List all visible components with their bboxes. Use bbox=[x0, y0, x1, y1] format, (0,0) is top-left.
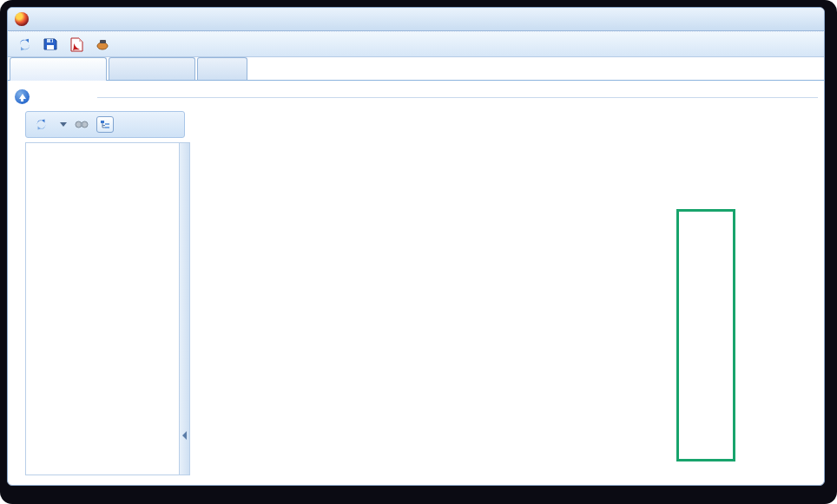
unit-price-highlight-box bbox=[676, 209, 735, 461]
panel-splitter[interactable] bbox=[180, 142, 190, 475]
tree-toolbar bbox=[25, 111, 185, 138]
app-logo-icon bbox=[15, 12, 29, 26]
title-bar bbox=[8, 8, 824, 31]
collapse-panel-icon[interactable] bbox=[182, 431, 187, 440]
submit-quotation-button[interactable] bbox=[95, 36, 115, 52]
refresh-icon[interactable] bbox=[16, 36, 32, 52]
pdf-export-icon[interactable] bbox=[69, 36, 84, 52]
tab-strip bbox=[8, 57, 824, 81]
tab-attachments[interactable] bbox=[109, 57, 195, 80]
submit-icon bbox=[95, 36, 110, 52]
find-icon[interactable] bbox=[74, 117, 89, 133]
tab-header-data[interactable] bbox=[10, 57, 107, 81]
quotation-window bbox=[7, 7, 825, 486]
services-divider bbox=[97, 97, 818, 98]
collapse-section-icon[interactable] bbox=[15, 89, 30, 104]
main-toolbar bbox=[8, 31, 824, 57]
save-icon[interactable] bbox=[43, 36, 58, 52]
tab-log[interactable] bbox=[197, 57, 247, 80]
chevron-down-icon bbox=[60, 122, 67, 127]
service-tree bbox=[25, 142, 180, 475]
import-export-button[interactable] bbox=[56, 122, 67, 127]
screenshot-frame bbox=[0, 0, 837, 504]
refresh-icon[interactable] bbox=[33, 117, 49, 133]
tree-view-icon[interactable] bbox=[96, 116, 114, 133]
